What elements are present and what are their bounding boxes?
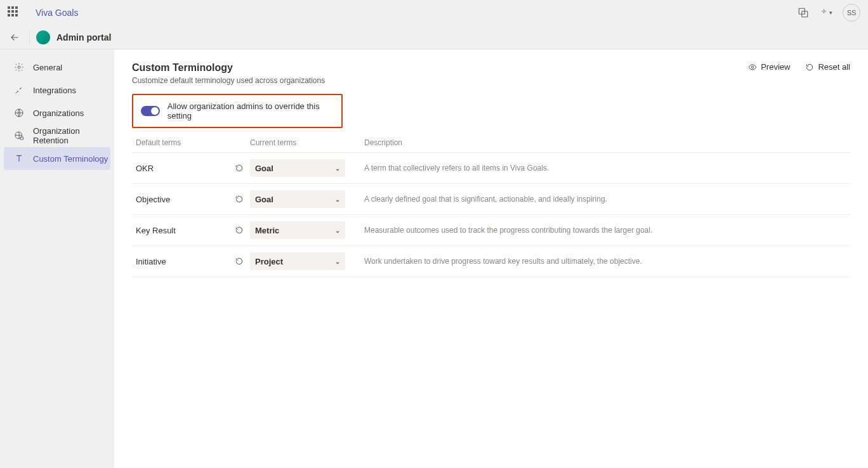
sidebar-item-label: Organization Retention bbox=[33, 126, 114, 145]
cell-default-term: OKR bbox=[136, 164, 250, 173]
select-value: Metric bbox=[255, 226, 279, 235]
terminology-table: Default terms Current terms Description … bbox=[132, 133, 850, 277]
cell-description: A term that collectively refers to all i… bbox=[364, 164, 846, 172]
sidebar-item-label: Integrations bbox=[33, 86, 76, 95]
header-row: Admin portal bbox=[0, 25, 868, 49]
eye-icon bbox=[748, 63, 757, 72]
preview-label: Preview bbox=[761, 62, 790, 72]
product-name[interactable]: Viva Goals bbox=[36, 8, 78, 18]
reset-all-button[interactable]: Reset all bbox=[805, 62, 850, 72]
current-term-select[interactable]: Metric ⌄ bbox=[250, 221, 345, 239]
table-row: OKR Goal ⌄ A term that collectively refe… bbox=[132, 153, 850, 184]
sidebar-item-label: Custom Terminology bbox=[33, 154, 108, 164]
th-description: Description bbox=[364, 138, 846, 147]
content-area: Custom Terminology Customize default ter… bbox=[114, 49, 868, 468]
th-default: Default terms bbox=[136, 138, 250, 147]
app-launcher-icon[interactable] bbox=[8, 6, 20, 19]
table-row: Key Result Metric ⌄ Measurable outcomes … bbox=[132, 215, 850, 246]
override-toggle[interactable] bbox=[141, 106, 160, 116]
sidebar-item-organizations[interactable]: Organizations bbox=[0, 101, 114, 124]
globe-icon bbox=[14, 108, 24, 118]
chevron-down-icon: ⌄ bbox=[335, 165, 340, 172]
cell-default-term: Objective bbox=[136, 195, 250, 204]
reset-row-button[interactable] bbox=[235, 164, 244, 172]
override-label: Allow organization admins to override th… bbox=[168, 101, 334, 120]
svg-point-2 bbox=[823, 10, 825, 12]
reset-row-button[interactable] bbox=[235, 257, 244, 266]
reset-all-label: Reset all bbox=[818, 62, 850, 72]
table-row: Objective Goal ⌄ A clearly defined goal … bbox=[132, 184, 850, 215]
top-bar: Viva Goals ▾ SS bbox=[0, 0, 868, 25]
current-term-select[interactable]: Project ⌄ bbox=[250, 252, 345, 270]
select-value: Goal bbox=[255, 195, 273, 204]
user-avatar[interactable]: SS bbox=[843, 4, 860, 22]
sidebar-item-custom-terminology[interactable]: Custom Terminology bbox=[4, 147, 110, 170]
svg-point-3 bbox=[18, 66, 20, 68]
cell-description: Measurable outcomes used to track the pr… bbox=[364, 226, 846, 235]
text-icon bbox=[14, 153, 24, 164]
reset-row-button[interactable] bbox=[235, 226, 244, 235]
select-value: Project bbox=[255, 257, 283, 266]
plug-icon bbox=[14, 85, 24, 95]
table-header: Default terms Current terms Description bbox=[132, 133, 850, 153]
cell-default-term: Initiative bbox=[136, 257, 250, 266]
reset-row-button[interactable] bbox=[235, 195, 244, 204]
sidebar-item-label: Organizations bbox=[33, 108, 84, 118]
page-subtitle: Customize default terminology used acros… bbox=[132, 76, 325, 85]
page-title: Custom Terminology bbox=[132, 62, 325, 74]
chevron-down-icon: ⌄ bbox=[335, 227, 340, 234]
settings-dropdown-icon[interactable]: ▾ bbox=[820, 6, 832, 19]
cell-default-term: Key Result bbox=[136, 226, 250, 235]
sidebar-item-label: General bbox=[33, 63, 62, 72]
translate-icon[interactable] bbox=[797, 6, 810, 19]
th-current: Current terms bbox=[250, 138, 364, 147]
cell-description: A clearly defined goal that is significa… bbox=[364, 195, 846, 204]
reset-icon bbox=[805, 63, 814, 72]
table-row: Initiative Project ⌄ Work undertaken to … bbox=[132, 246, 850, 277]
sidebar: General Integrations Organizations Organ… bbox=[0, 49, 114, 468]
cell-description: Work undertaken to drive progress toward… bbox=[364, 257, 846, 266]
sidebar-item-integrations[interactable]: Integrations bbox=[0, 79, 114, 101]
chevron-down-icon: ⌄ bbox=[335, 196, 340, 203]
globe-lock-icon bbox=[14, 131, 24, 141]
current-term-select[interactable]: Goal ⌄ bbox=[250, 159, 345, 177]
portal-title: Admin portal bbox=[56, 32, 111, 42]
select-value: Goal bbox=[255, 164, 273, 173]
gear-icon bbox=[14, 62, 24, 72]
sidebar-item-organization-retention[interactable]: Organization Retention bbox=[0, 124, 114, 147]
viva-goals-logo-icon bbox=[36, 30, 50, 44]
divider bbox=[29, 30, 30, 45]
sidebar-item-general[interactable]: General bbox=[0, 56, 114, 79]
svg-point-7 bbox=[751, 66, 754, 68]
override-setting-highlight: Allow organization admins to override th… bbox=[132, 94, 343, 128]
current-term-select[interactable]: Goal ⌄ bbox=[250, 190, 345, 208]
chevron-down-icon: ⌄ bbox=[335, 258, 340, 265]
back-button[interactable] bbox=[8, 30, 23, 45]
preview-button[interactable]: Preview bbox=[748, 62, 790, 72]
avatar-initials: SS bbox=[847, 9, 857, 16]
